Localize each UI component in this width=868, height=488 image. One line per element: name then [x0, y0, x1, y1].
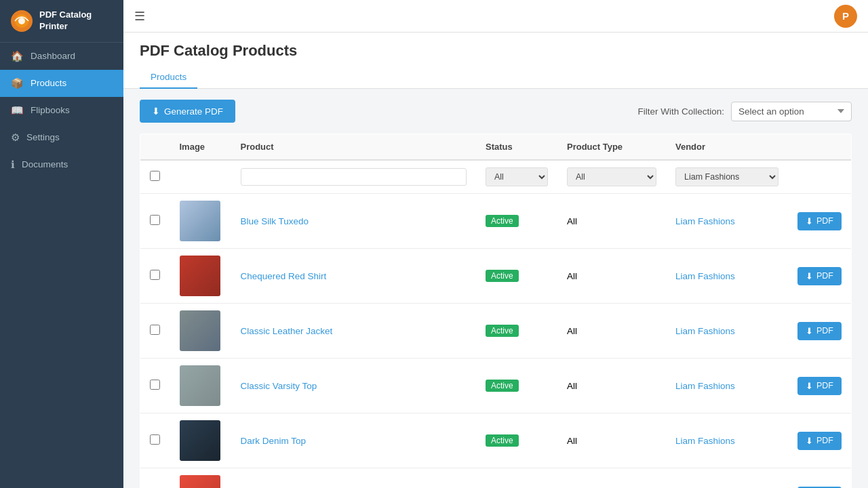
hamburger-menu-icon[interactable]: ☰: [134, 9, 145, 24]
filter-type-cell: All: [557, 160, 666, 194]
pdf-label: PDF: [816, 216, 833, 226]
col-header-action: [788, 134, 852, 161]
pdf-button[interactable]: ⬇ PDF: [797, 377, 842, 395]
collection-filter-select[interactable]: Select an option Liam Fashions: [731, 102, 852, 121]
row-image-cell: [170, 359, 231, 413]
sidebar-item-products[interactable]: 📦 Products: [0, 70, 123, 97]
type-filter-select[interactable]: All: [567, 167, 656, 186]
row-status-cell: Active: [476, 359, 557, 413]
table-row: Classic Leather Jacket Active All Liam F…: [140, 304, 852, 359]
generate-pdf-label: Generate PDF: [164, 106, 223, 117]
row-product-cell: Classic Varsity Top: [231, 359, 477, 413]
page-header: PDF Catalog Products Products: [123, 33, 868, 89]
col-header-vendor: Vendor: [666, 134, 788, 161]
row-checkbox-5[interactable]: [150, 434, 160, 445]
vendor-link[interactable]: Liam Fashions: [675, 436, 735, 446]
select-all-checkbox[interactable]: [150, 171, 160, 181]
col-header-image: Image: [170, 134, 231, 161]
table-body: All All Liam Fashions: [140, 160, 852, 488]
filter-row: All All Liam Fashions: [140, 160, 852, 194]
vendor-link[interactable]: Liam Fashions: [675, 326, 735, 336]
row-product-cell: Chequered Red Shirt: [231, 249, 477, 304]
filter-checkbox-cell: [140, 160, 170, 194]
sidebar-item-dashboard[interactable]: 🏠 Dashboard: [0, 43, 123, 70]
status-badge: Active: [486, 434, 519, 447]
pdf-label: PDF: [816, 271, 833, 281]
page-tabs: Products: [140, 66, 852, 88]
row-image-cell: [170, 194, 231, 249]
pdf-download-icon: ⬇: [806, 326, 813, 336]
row-type-cell: All: [557, 194, 666, 249]
row-image-cell: [170, 304, 231, 359]
table-row: Classic Varsity Top Active All Liam Fash…: [140, 359, 852, 413]
product-name-link[interactable]: Dark Denim Top: [241, 436, 307, 446]
pdf-button[interactable]: ⬇ PDF: [797, 432, 842, 450]
products-icon: 📦: [11, 77, 24, 89]
row-vendor-cell: Liam Fashions: [666, 468, 788, 489]
row-checkbox-2[interactable]: [150, 270, 160, 280]
main-content: ☰ P PDF Catalog Products Products ⬇ Gene…: [123, 0, 868, 488]
sidebar-item-settings[interactable]: ⚙ Settings: [0, 124, 123, 151]
pdf-download-icon: ⬇: [806, 436, 813, 446]
status-badge: Active: [486, 380, 519, 392]
vendor-filter-select[interactable]: Liam Fashions: [675, 167, 778, 186]
status-filter-select[interactable]: All: [486, 167, 548, 186]
row-product-cell: Blue Silk Tuxedo: [231, 194, 477, 249]
row-checkbox-4[interactable]: [150, 380, 160, 390]
tab-products[interactable]: Products: [140, 66, 197, 89]
table-row: Chequered Red Shirt Active All Liam Fash…: [140, 249, 852, 304]
product-name-link[interactable]: Classic Leather Jacket: [241, 326, 333, 336]
filter-area: Filter With Collection: Select an option…: [637, 102, 852, 121]
row-action-cell: ⬇ PDF: [788, 194, 852, 249]
col-header-product: Product: [231, 134, 477, 161]
row-status-cell: Active: [476, 249, 557, 304]
pdf-download-icon: ⬇: [806, 271, 813, 281]
sidebar-item-flipbooks[interactable]: 📖 Flipbooks: [0, 97, 123, 124]
row-product-cell: Floral White Top: [231, 468, 477, 489]
row-checkbox-3[interactable]: [150, 325, 160, 335]
row-checkbox-cell: [140, 249, 170, 304]
pdf-download-icon: ⬇: [806, 216, 813, 226]
filter-label: Filter With Collection:: [637, 106, 724, 117]
generate-pdf-button[interactable]: ⬇ Generate PDF: [140, 100, 235, 123]
vendor-link[interactable]: Liam Fashions: [675, 381, 735, 391]
app-logo-icon: [11, 10, 33, 32]
flipbooks-icon: 📖: [11, 104, 24, 117]
pdf-label: PDF: [816, 381, 833, 390]
row-action-cell: ⬇ PDF: [788, 249, 852, 304]
col-header-type: Product Type: [557, 134, 666, 161]
vendor-link[interactable]: Liam Fashions: [675, 216, 735, 226]
product-filter-input[interactable]: [241, 168, 467, 186]
products-table: Image Product Status Product Type Vendor: [140, 134, 852, 488]
toolbar: ⬇ Generate PDF Filter With Collection: S…: [123, 89, 868, 134]
filter-status-cell: All: [476, 160, 557, 194]
pdf-button[interactable]: ⬇ PDF: [797, 267, 842, 285]
product-thumbnail: [180, 201, 220, 241]
vendor-link[interactable]: Liam Fashions: [675, 271, 735, 281]
row-checkbox-1[interactable]: [150, 215, 160, 225]
product-name-link[interactable]: Chequered Red Shirt: [241, 271, 327, 281]
dashboard-icon: 🏠: [11, 50, 24, 62]
status-badge: Active: [486, 215, 519, 227]
settings-icon: ⚙: [11, 131, 20, 144]
pdf-button[interactable]: ⬇ PDF: [797, 322, 842, 340]
row-checkbox-cell: [140, 304, 170, 359]
sidebar-item-documents[interactable]: ℹ Documents: [0, 151, 123, 178]
product-name-link[interactable]: Blue Silk Tuxedo: [241, 216, 309, 226]
user-avatar[interactable]: P: [834, 5, 857, 28]
pdf-button[interactable]: ⬇ PDF: [797, 212, 842, 230]
topbar: ☰ P: [123, 0, 868, 33]
sidebar-logo: PDF Catalog Printer: [0, 0, 123, 43]
row-status-cell: Active: [476, 468, 557, 489]
row-status-cell: Active: [476, 413, 557, 468]
col-header-status: Status: [476, 134, 557, 161]
product-name-link[interactable]: Classic Varsity Top: [241, 381, 317, 391]
row-product-cell: Classic Leather Jacket: [231, 304, 477, 359]
row-status-cell: Active: [476, 194, 557, 249]
row-vendor-cell: Liam Fashions: [666, 249, 788, 304]
row-image-cell: [170, 468, 231, 489]
row-type-cell: All: [557, 249, 666, 304]
row-checkbox-cell: [140, 468, 170, 489]
row-checkbox-cell: [140, 413, 170, 468]
row-type-cell: All: [557, 468, 666, 489]
